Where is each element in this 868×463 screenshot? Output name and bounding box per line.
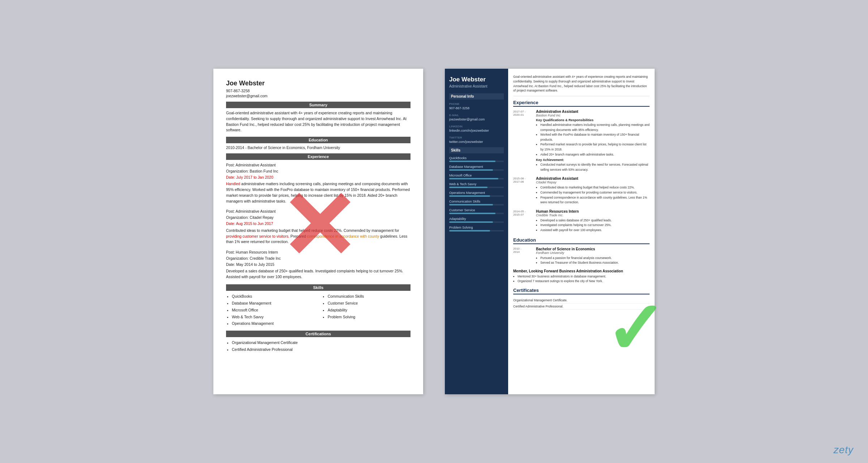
skill-bar-item: Communication Skills <box>449 200 504 205</box>
left-phone: 907-867-3258 <box>226 89 410 93</box>
exp1-org: Organization: Bastion Fund Inc <box>226 168 410 174</box>
exp2-date: Date: Aug 2015 to Jun 2017 <box>226 221 410 227</box>
skill-name: Database Management <box>449 165 504 169</box>
bullet-item: Worked with the FoxPro database to maint… <box>540 132 650 142</box>
resume-sidebar: Joe Webster Administrative Assistant Per… <box>445 69 508 394</box>
skill-item: Web & Tech Savvy <box>232 314 315 320</box>
skill-bar-fill <box>449 178 498 179</box>
bullet-item: Mentored 30+ business administrators in … <box>518 274 650 279</box>
edu-degree: Bachelor of Science in Economics <box>536 247 650 251</box>
left-exp2: Post: Administrative Assistant Organizat… <box>226 208 410 245</box>
skill-bar-fill <box>449 161 495 162</box>
skill-bar-fill <box>449 204 493 205</box>
exp1-desc: Handled administrative matters including… <box>226 181 410 204</box>
skill-item: Database Management <box>232 300 315 307</box>
exp2-org: Organization: Citadel Repay <box>226 214 410 221</box>
skill-item: Customer Service <box>328 300 410 307</box>
edu-entry-1: 2010 -2014 Bachelor of Science in Econom… <box>513 247 650 266</box>
edu-dates: 2010-2014 - Bachelor of Science in Econo… <box>226 145 306 150</box>
left-summary: Goal-oriented administrative assistant w… <box>226 110 410 133</box>
cert-item: Organizational Management Certificate <box>232 339 410 346</box>
exp1-right-body: Administrative Assistant Bastion Fund In… <box>536 110 650 172</box>
skill-name: Operations Management <box>449 191 504 195</box>
skills-col-right: Communication Skills Customer Service Ad… <box>322 293 410 327</box>
phone-value: 907-867-3258 <box>449 106 504 110</box>
skill-bar-bg <box>449 213 504 214</box>
exp1-right-title: Administrative Assistant <box>536 110 650 114</box>
exp2-right-body: Administrative Assistant Citadel Repay C… <box>536 177 650 205</box>
summary-header: Summary <box>226 102 410 108</box>
skill-item: Problem Solving <box>328 314 410 320</box>
cert-item: Certified Administrative Professional <box>232 346 410 353</box>
exp1-right-date: 2017-07 -2020-01 <box>513 110 533 172</box>
skill-bar-item: Problem Solving <box>449 226 504 232</box>
bullet-item: Conducted market surveys to identify the… <box>540 162 650 172</box>
experience-section-title: Experience <box>513 100 650 107</box>
achievement-label: Key Achievement: <box>536 158 650 162</box>
left-edu: 2010-2014 - Bachelor of Science in Econo… <box>226 145 410 150</box>
main-content: Goal-oriented administrative assistant w… <box>508 69 655 394</box>
skills-col-left: QuickBooks Database Management Microsoft… <box>226 293 315 327</box>
edu-bullets: Pursued a passion for financial analysis… <box>536 256 650 266</box>
skill-bar-item: Database Management <box>449 165 504 171</box>
bullet-item: Organized 7 restaurant outings to explor… <box>518 279 650 284</box>
exp3-org: Organization: Credible Trade Inc <box>226 255 410 262</box>
twitter-label: Twitter <box>449 136 504 139</box>
certs-list: Organizational Management Certificate Ce… <box>226 339 410 353</box>
skill-bar-item: Operations Management <box>449 191 504 197</box>
bullet-item: Prepared correspondence in accordance wi… <box>540 195 650 205</box>
twitter-block: Twitter twitter.com/joezwebster <box>449 136 504 144</box>
exp3-right-title: Human Resources Intern <box>536 209 650 213</box>
exp1-right-company: Bastion Fund Inc <box>536 114 650 117</box>
skill-bar-bg <box>449 230 504 232</box>
association-title: Member, Looking Forward Business Adminis… <box>513 269 650 273</box>
edu-school: Fordham University <box>307 145 340 150</box>
exp3-right-date: 2014-05 -2015-07 <box>513 209 533 233</box>
certs-header: Certifications <box>226 331 410 337</box>
left-exp1: Post: Administrative Assistant Organizat… <box>226 162 410 204</box>
email-label: E-mail <box>449 114 504 117</box>
education-section-title: Education <box>513 237 650 244</box>
skill-item: Adaptability <box>328 307 410 314</box>
left-email: joezwebster@gmail.com <box>226 94 410 98</box>
exp1-highlight: Handled <box>226 182 240 186</box>
skill-name: Adaptability <box>449 217 504 221</box>
exp3-right-body: Human Resources Intern Credible Trade In… <box>536 209 650 233</box>
bullet-item: Investigated complaints helping to cut t… <box>540 223 650 228</box>
skill-bar-bg <box>449 221 504 223</box>
skill-bar-fill <box>449 230 490 232</box>
right-title: Administrative Assistant <box>449 84 504 88</box>
bullet-item: Assisted with payroll for over 100 emplo… <box>540 228 650 233</box>
skill-bar-item: QuickBooks <box>449 156 504 162</box>
right-summary: Goal-oriented administrative assistant w… <box>513 75 650 96</box>
bullet-item: Commended by management for providing cu… <box>540 190 650 195</box>
skill-bar-item: Adaptability <box>449 217 504 223</box>
skills-list-right: Communication Skills Customer Service Ad… <box>322 293 410 320</box>
bullet-item: Aided 20+ branch managers with administr… <box>540 152 650 157</box>
exp1-subsection: Key Qualifications & Responsibilities <box>536 118 650 122</box>
resume-left: Joe Webster 907-867-3258 joezwebster@gma… <box>213 69 423 394</box>
resume-right: Joe Webster Administrative Assistant Per… <box>445 69 655 394</box>
exp-entry-2: 2015-08 -2017-06 Administrative Assistan… <box>513 177 650 205</box>
skill-bar-bg <box>449 178 504 179</box>
left-name: Joe Webster <box>226 80 410 87</box>
exp3-date: Date: May 2014 to July 2015 <box>226 262 410 268</box>
skill-item: Microsoft Office <box>232 307 315 314</box>
cert-right-1: Organizational Management Certificate. <box>513 297 650 303</box>
skills-header: Skills <box>226 284 410 291</box>
skill-bar-bg <box>449 195 504 197</box>
bullet-item: Contributed ideas to marketing budget th… <box>540 185 650 190</box>
skill-name: QuickBooks <box>449 156 504 160</box>
bullet-item: Served as Treasurer of the Student Busin… <box>540 260 650 266</box>
skill-name: Web & Tech Savvy <box>449 182 504 186</box>
right-name: Joe Webster <box>449 76 504 83</box>
exp2-desc: Contributed ideas to marketing budget th… <box>226 228 410 245</box>
email-block: E-mail joezwebster@gmail.com <box>449 114 504 121</box>
phone-block: Phone 907-867-3258 <box>449 102 504 110</box>
skill-bar-bg <box>449 161 504 162</box>
exp2-right-company: Citadel Repay <box>536 180 650 184</box>
exp-entry-3: 2014-05 -2015-07 Human Resources Intern … <box>513 209 650 233</box>
exp3-bullets: Developed a sales database of 250+ quali… <box>536 218 650 233</box>
cert-right-2: Certified Administrative Professional. <box>513 303 650 310</box>
exp2-post: Post: Administrative Assistant <box>226 208 410 214</box>
